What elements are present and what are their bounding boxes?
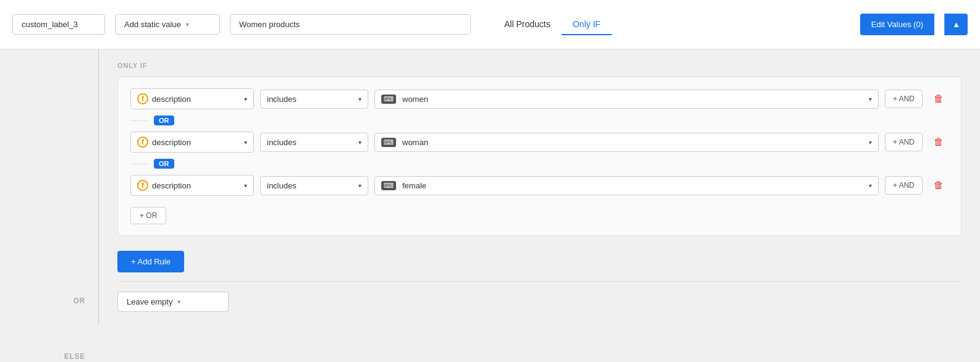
else-section: Leave empty ▾ [117, 281, 961, 312]
operator-dropdown-1[interactable]: includes ▾ [260, 90, 368, 109]
or-badge-2: OR [154, 159, 174, 169]
or-badge-1: OR [154, 116, 174, 125]
kbd-icon-3: ⌨ [381, 181, 396, 190]
field-dropdown-1[interactable]: f description ▾ [130, 88, 254, 109]
vertical-line [98, 49, 99, 324]
chevron-down-icon-2: ▾ [358, 96, 361, 103]
value-label-1: women [402, 95, 428, 104]
chevron-down-icon-else: ▾ [177, 298, 180, 305]
edit-values-arrow-button[interactable]: ▲ [944, 14, 968, 35]
and-button-1[interactable]: + AND [885, 90, 923, 108]
value-dropdown-2[interactable]: ⌨ woman ▾ [374, 133, 879, 152]
or-side-label: OR [74, 297, 85, 305]
field-label-2: description [152, 138, 191, 147]
value-dropdown-3[interactable]: ⌨ female ▾ [374, 176, 879, 195]
tab-all-products[interactable]: All Products [493, 14, 562, 35]
chevron-down-icon-4: ▾ [244, 139, 247, 146]
only-if-label: ONLY IF [117, 62, 961, 69]
chevron-down-icon-7: ▾ [244, 182, 247, 189]
chevron-down-icon-9: ▾ [869, 182, 872, 189]
else-dropdown[interactable]: Leave empty ▾ [117, 292, 229, 312]
condition-row-3: f description ▾ includes ▾ ⌨ female ▾ + … [130, 175, 948, 196]
tab-group: All Products Only IF [493, 14, 612, 35]
or-line-2 [130, 164, 149, 164]
delete-button-2[interactable]: 🗑 [929, 134, 948, 150]
chevron-down-icon: ▾ [186, 21, 189, 28]
static-value-label: Add static value [124, 20, 181, 29]
condition-row-1: f description ▾ includes ▾ ⌨ women ▾ + A… [130, 88, 948, 109]
operator-label-3: includes [267, 181, 297, 190]
chevron-down-icon-3: ▾ [869, 96, 872, 103]
field-label-1: description [152, 95, 191, 104]
field-dropdown-2[interactable]: f description ▾ [130, 132, 254, 153]
or-separator-1: OR [130, 116, 948, 125]
static-value-dropdown[interactable]: Add static value ▾ [115, 14, 220, 35]
delete-button-3[interactable]: 🗑 [929, 177, 948, 193]
chevron-down-icon-1: ▾ [244, 96, 247, 103]
condition-row-2: f description ▾ includes ▾ ⌨ woman ▾ + A… [130, 132, 948, 153]
operator-dropdown-3[interactable]: includes ▾ [260, 176, 368, 195]
operator-dropdown-2[interactable]: includes ▾ [260, 133, 368, 152]
label-box: custom_label_3 [12, 14, 105, 35]
chevron-down-icon-6: ▾ [869, 139, 872, 146]
chevron-down-icon-8: ▾ [358, 182, 361, 189]
else-side-label: ELSE [64, 352, 85, 361]
else-value-label: Leave empty [127, 297, 172, 306]
field-icon-2: f [137, 137, 148, 148]
value-dropdown-1[interactable]: ⌨ women ▾ [374, 90, 879, 109]
kbd-icon-2: ⌨ [381, 138, 396, 147]
top-bar: custom_label_3 Add static value ▾ All Pr… [0, 0, 980, 49]
and-button-3[interactable]: + AND [885, 176, 923, 195]
chevron-down-icon-5: ▾ [358, 139, 361, 146]
and-button-2[interactable]: + AND [885, 133, 923, 151]
operator-label-2: includes [267, 138, 297, 147]
value-label-3: female [402, 181, 426, 190]
field-label-3: description [152, 181, 191, 190]
delete-button-1[interactable]: 🗑 [929, 91, 948, 107]
add-rule-button[interactable]: + Add Rule [117, 251, 184, 272]
or-separator-2: OR [130, 159, 948, 169]
field-icon-3: f [137, 180, 148, 191]
add-or-button[interactable]: + OR [130, 207, 166, 224]
or-line-1 [130, 120, 149, 121]
tab-only-if[interactable]: Only IF [562, 14, 612, 35]
layout-container: OR ELSE ONLY IF f description ▾ includes… [0, 49, 980, 324]
value-input[interactable] [230, 14, 471, 35]
kbd-icon-1: ⌨ [381, 95, 396, 104]
field-icon-1: f [137, 93, 148, 104]
value-label-2: woman [402, 138, 428, 147]
page-wrapper: custom_label_3 Add static value ▾ All Pr… [0, 0, 980, 362]
edit-values-button[interactable]: Edit Values (0) [860, 14, 934, 35]
left-column: OR ELSE [0, 49, 99, 324]
right-column: ONLY IF f description ▾ includes ▾ ⌨ [99, 49, 980, 324]
field-dropdown-3[interactable]: f description ▾ [130, 175, 254, 196]
operator-label-1: includes [267, 95, 297, 104]
conditions-box: f description ▾ includes ▾ ⌨ women ▾ + A… [117, 77, 961, 236]
